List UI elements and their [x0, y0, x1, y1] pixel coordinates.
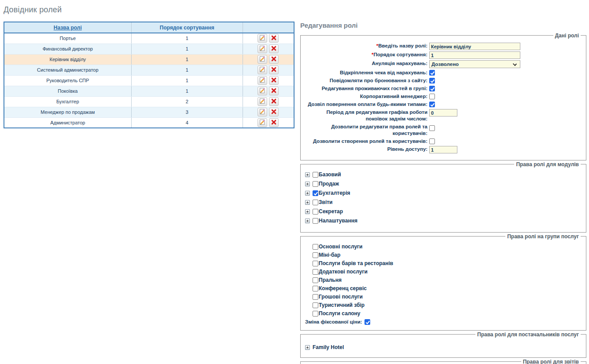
- service-group-label: Пральня: [319, 277, 342, 283]
- delete-role-button[interactable]: [269, 66, 279, 74]
- access-level-input[interactable]: [429, 146, 457, 153]
- sort-by-name-link[interactable]: Назва ролі: [54, 25, 82, 31]
- annul-label: Ануляція нарахувань:: [305, 60, 429, 67]
- edit-role-button[interactable]: [258, 118, 267, 127]
- expand-plus-icon[interactable]: [305, 182, 310, 186]
- annul-select[interactable]: Дозволено: [429, 60, 520, 68]
- service-group-item: Пральня: [305, 277, 582, 283]
- delete-x-icon: [271, 35, 277, 41]
- module-label: Налаштування: [319, 218, 357, 224]
- module-checkbox[interactable]: [313, 218, 318, 224]
- service-group-item: Додаткові послуги: [305, 269, 582, 275]
- expand-plus-icon[interactable]: [305, 172, 310, 177]
- delete-x-icon: [271, 66, 277, 73]
- service-group-checkbox[interactable]: [313, 269, 318, 275]
- create-roles-checkbox[interactable]: [429, 138, 435, 144]
- service-group-label: Послуги барів та ресторанів: [319, 260, 393, 266]
- delete-x-icon: [271, 109, 277, 115]
- annul-select-value: Дозволено: [431, 62, 459, 67]
- table-row[interactable]: Менеджер по продажам 3: [4, 107, 294, 117]
- module-checkbox[interactable]: [313, 209, 318, 215]
- table-row[interactable]: Финансовый директор 1: [4, 44, 294, 54]
- delete-role-button[interactable]: [269, 44, 279, 53]
- module-checkbox[interactable]: [313, 200, 318, 205]
- delete-role-button[interactable]: [269, 87, 279, 95]
- sort-order-input[interactable]: [429, 51, 520, 59]
- expand-plus-icon[interactable]: [305, 345, 310, 350]
- edit-pencil-icon: [259, 45, 265, 51]
- edit-role-button[interactable]: [258, 44, 267, 53]
- role-order-cell: 1: [131, 44, 243, 54]
- table-row[interactable]: Керівник відділу 1: [4, 54, 294, 65]
- service-group-item: Конференц сервіс: [305, 285, 582, 291]
- edit-pencil-icon: [259, 35, 265, 41]
- access-level-label: Рівень доступу:: [305, 146, 429, 153]
- edit-role-button[interactable]: [258, 97, 267, 106]
- module-checkbox[interactable]: [313, 181, 318, 187]
- module-label: Звіти: [319, 199, 332, 205]
- service-group-checkbox[interactable]: [313, 286, 318, 291]
- notify-site-checkbox[interactable]: [429, 78, 435, 84]
- delete-role-button[interactable]: [269, 76, 279, 85]
- service-group-label: Грошові послуги: [319, 294, 363, 300]
- module-tree-item: Звіти: [305, 199, 582, 205]
- edit-rights-checkbox[interactable]: [429, 125, 435, 131]
- delete-role-button[interactable]: [269, 34, 279, 43]
- edit-role-button[interactable]: [258, 108, 267, 116]
- maid-period-input[interactable]: [429, 109, 457, 116]
- module-label: Продаж: [319, 181, 339, 187]
- delete-role-button[interactable]: [269, 55, 279, 64]
- table-row[interactable]: Покоївка 1: [4, 86, 294, 96]
- role-actions-cell: [243, 33, 294, 44]
- module-checkbox[interactable]: [313, 190, 318, 196]
- edit-role-button[interactable]: [258, 55, 267, 64]
- service-group-item: Основні послуги: [305, 244, 582, 250]
- service-group-checkbox[interactable]: [313, 277, 318, 283]
- delete-role-button[interactable]: [269, 97, 279, 106]
- fixed-price-label: Зміна фіксованої ціни:: [305, 319, 362, 324]
- service-group-item: Міні-бар: [305, 252, 582, 258]
- provider-label: Family Hotel: [313, 344, 344, 350]
- fixed-price-checkbox[interactable]: [364, 319, 370, 325]
- table-row[interactable]: Системный администратор 1: [4, 65, 294, 75]
- module-checkbox[interactable]: [313, 172, 318, 178]
- service-group-label: Додаткові послуги: [319, 269, 368, 275]
- expand-plus-icon[interactable]: [305, 200, 310, 205]
- edit-role-button[interactable]: [258, 87, 267, 95]
- fixed-price-row: Зміна фіксованої ціни:: [305, 319, 582, 325]
- detach-check-checkbox[interactable]: [429, 70, 435, 76]
- detach-check-label: Відкріплення чека від нарахувань:: [305, 69, 429, 76]
- service-group-checkbox[interactable]: [313, 261, 318, 266]
- service-group-checkbox[interactable]: [313, 294, 318, 300]
- delete-role-button[interactable]: [269, 118, 279, 127]
- service-group-checkbox[interactable]: [313, 244, 318, 250]
- role-name-cell: Системный администратор: [4, 65, 131, 75]
- module-tree-item: Продаж: [305, 181, 582, 187]
- role-name-input[interactable]: [429, 43, 520, 50]
- table-row[interactable]: Бухгалтер 2: [4, 96, 294, 107]
- corporate-manager-checkbox[interactable]: [429, 94, 435, 99]
- role-actions-cell: [243, 107, 294, 117]
- expand-plus-icon[interactable]: [305, 191, 310, 196]
- edit-role-button[interactable]: [258, 34, 267, 43]
- service-group-checkbox[interactable]: [313, 252, 318, 258]
- service-group-checkbox[interactable]: [313, 302, 318, 308]
- edit-group-guests-checkbox[interactable]: [429, 86, 435, 91]
- delete-x-icon: [271, 98, 277, 104]
- service-group-item: Грошові послуги: [305, 294, 582, 300]
- fieldset-role-data: Дані ролі *Введіть назву ролі: *Порядок …: [300, 35, 586, 160]
- service-group-checkbox[interactable]: [313, 311, 318, 317]
- refund-any-type-checkbox[interactable]: [429, 102, 435, 107]
- delete-role-button[interactable]: [269, 108, 279, 116]
- table-row[interactable]: Портье 1: [4, 33, 294, 44]
- edit-pencil-icon: [259, 98, 265, 104]
- edit-role-button[interactable]: [258, 66, 267, 74]
- service-group-item: Послуги салону: [305, 310, 582, 317]
- table-row[interactable]: Администратор 4: [4, 117, 294, 128]
- roles-table: Назва ролі Порядок сортування Портье 1: [4, 22, 294, 128]
- service-group-label: Основні послуги: [319, 244, 363, 250]
- expand-plus-icon[interactable]: [305, 209, 310, 214]
- expand-plus-icon[interactable]: [305, 218, 310, 223]
- edit-role-button[interactable]: [258, 76, 267, 85]
- table-row[interactable]: Руководитель СПР 1: [4, 75, 294, 86]
